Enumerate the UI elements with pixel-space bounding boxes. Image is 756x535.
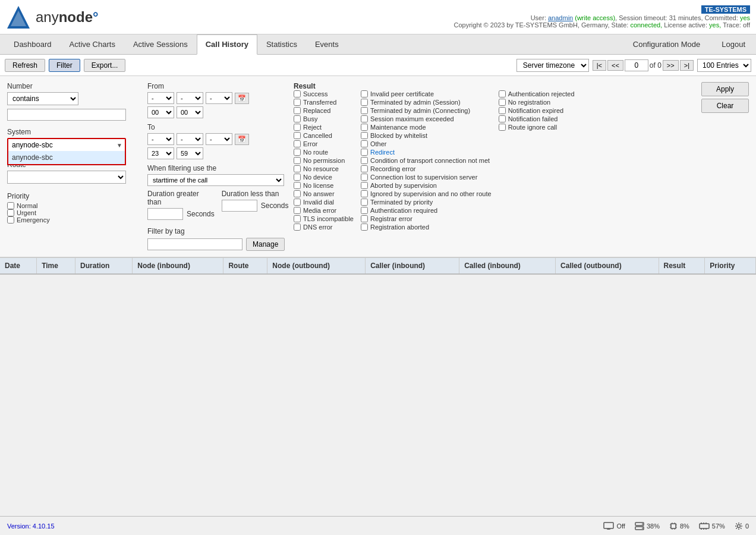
system-option-anynode-sbc[interactable]: anynode-sbc [8, 151, 125, 164]
cb-auth-required[interactable] [361, 207, 368, 214]
cb-notification-failed[interactable] [499, 115, 506, 122]
refresh-button[interactable]: Refresh [5, 59, 45, 72]
to-hour-select[interactable]: 23 [147, 147, 174, 159]
cb-route-ignore-call[interactable] [499, 124, 506, 131]
cb-redirect[interactable] [361, 149, 368, 156]
duration-greater-input[interactable] [147, 208, 183, 220]
cb-other[interactable] [361, 140, 368, 147]
col-date[interactable]: Date [0, 258, 37, 274]
cb-no-answer[interactable] [294, 190, 301, 197]
cb-tls-incompatible[interactable] [294, 215, 301, 222]
entries-select[interactable]: 100 Entries [697, 59, 751, 72]
page-number-input[interactable] [625, 59, 648, 71]
duration-less-input[interactable] [222, 200, 257, 212]
col-called-outbound[interactable]: Called (outbound) [556, 258, 659, 274]
nav-item-active-sessions[interactable]: Active Sessions [124, 34, 197, 55]
nav-item-statistics[interactable]: Statistics [257, 34, 306, 55]
cb-terminated-priority[interactable] [361, 199, 368, 206]
cb-cancelled[interactable] [294, 132, 301, 139]
from-calendar-button[interactable]: 📅 [235, 93, 249, 104]
timezone-select[interactable]: Server timezone [516, 59, 589, 72]
system-dropdown-arrow-icon[interactable]: ▼ [116, 142, 122, 149]
col-node-inbound[interactable]: Node (inbound) [133, 258, 223, 274]
col-priority[interactable]: Priority [705, 258, 756, 274]
cb-terminated-admin-session[interactable] [361, 99, 368, 106]
clear-button[interactable]: Clear [701, 99, 749, 113]
cb-blocked-whitelist[interactable] [361, 132, 368, 139]
to-calendar-button[interactable]: 📅 [235, 134, 249, 145]
cb-no-permission[interactable] [294, 157, 301, 164]
cb-auth-rejected[interactable] [499, 90, 506, 97]
result-col1: Success Transferred Replaced Busy Reject… [294, 90, 354, 231]
cb-error[interactable] [294, 140, 301, 147]
filter-actions: Apply Clear [701, 82, 749, 113]
filter-tag-input[interactable] [147, 238, 242, 250]
from-day-select[interactable]: - [147, 92, 174, 104]
when-filter-select[interactable]: starttime of the call endtime of the cal… [147, 174, 284, 186]
col-route[interactable]: Route [223, 258, 267, 274]
col-result[interactable]: Result [659, 258, 705, 274]
col-duration[interactable]: Duration [75, 258, 133, 274]
cb-invalid-peer-cert[interactable] [361, 90, 368, 97]
cb-session-max[interactable] [361, 115, 368, 122]
cb-media-error[interactable] [294, 207, 301, 214]
cb-connection-lost[interactable] [361, 174, 368, 181]
apply-button[interactable]: Apply [701, 82, 749, 96]
cb-registration-aborted[interactable] [361, 224, 368, 231]
nav-item-call-history[interactable]: Call History [197, 34, 257, 55]
cb-dns-error[interactable] [294, 224, 301, 231]
cb-no-license[interactable] [294, 182, 301, 189]
cb-terminated-admin-connecting[interactable] [361, 107, 368, 114]
cb-busy[interactable] [294, 115, 301, 122]
cb-invalid-dial[interactable] [294, 199, 301, 206]
number-operator-select[interactable]: contains equals starts with ends with [7, 92, 78, 105]
page-prev-button[interactable]: << [607, 60, 623, 71]
cb-no-route[interactable] [294, 149, 301, 156]
col-node-outbound[interactable]: Node (outbound) [267, 258, 366, 274]
cb-ignored-supervision[interactable] [361, 190, 368, 197]
export-button[interactable]: Export... [84, 59, 126, 72]
from-month-select[interactable]: - [177, 92, 203, 104]
cb-registrar-error[interactable] [361, 215, 368, 222]
number-value-input[interactable] [7, 109, 126, 121]
cb-condition-transport[interactable] [361, 157, 368, 164]
duration-greater-filter: Duration greater than Seconds [147, 190, 215, 224]
cb-no-resource[interactable] [294, 165, 301, 172]
nav-item-events[interactable]: Events [306, 34, 348, 55]
cb-no-registration[interactable] [499, 99, 506, 106]
col-caller-inbound[interactable]: Caller (inbound) [366, 258, 459, 274]
page-last-button[interactable]: >| [680, 60, 694, 71]
manage-button[interactable]: Manage [246, 238, 285, 251]
priority-urgent-checkbox[interactable] [7, 209, 14, 216]
cb-aborted-supervision[interactable] [361, 182, 368, 189]
nav-item-logout[interactable]: Logout [716, 36, 751, 52]
cb-transferred[interactable] [294, 99, 301, 106]
col-time[interactable]: Time [37, 258, 75, 274]
to-year-select[interactable]: - [206, 133, 232, 145]
cb-no-device[interactable] [294, 174, 301, 181]
cb-reject[interactable] [294, 124, 301, 131]
nav-item-dashboard[interactable]: Dashboard [5, 34, 61, 55]
cb-success[interactable] [294, 90, 301, 97]
col-called-inbound[interactable]: Called (inbound) [459, 258, 556, 274]
nav-item-active-charts[interactable]: Active Charts [61, 34, 124, 55]
cb-recording-error[interactable] [361, 165, 368, 172]
result-label: Result [294, 82, 316, 90]
cb-replaced[interactable] [294, 107, 301, 114]
route-select[interactable] [7, 171, 126, 184]
page-first-button[interactable]: |< [593, 60, 606, 71]
priority-normal-checkbox[interactable] [7, 202, 14, 209]
priority-emergency-checkbox[interactable] [7, 216, 14, 224]
from-hour-select[interactable]: 00 [147, 106, 174, 118]
filter-button[interactable]: Filter [49, 59, 80, 72]
to-month-select[interactable]: - [177, 133, 203, 145]
from-min-select[interactable]: 00 [177, 106, 203, 118]
to-day-select[interactable]: - [147, 133, 174, 145]
system-input[interactable] [8, 139, 113, 151]
from-year-select[interactable]: - [206, 92, 232, 104]
cb-maintenance-mode[interactable] [361, 124, 368, 131]
page-next-button[interactable]: >> [663, 60, 679, 71]
to-min-select[interactable]: 59 [177, 147, 203, 159]
nav-item-config-mode[interactable]: Configuration Mode [627, 36, 706, 52]
cb-notification-expired[interactable] [499, 107, 506, 114]
